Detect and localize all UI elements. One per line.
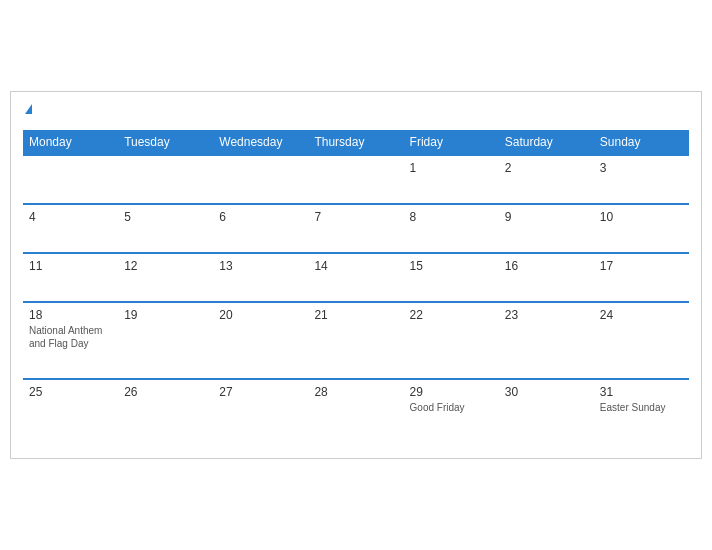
logo bbox=[23, 106, 32, 116]
day-cell: 10 bbox=[594, 204, 689, 253]
weekday-header-monday: Monday bbox=[23, 130, 118, 155]
day-number: 22 bbox=[410, 308, 493, 322]
day-cell: 28 bbox=[308, 379, 403, 442]
day-cell: 24 bbox=[594, 302, 689, 379]
day-cell: 13 bbox=[213, 253, 308, 302]
week-row-4: 18National Anthem and Flag Day1920212223… bbox=[23, 302, 689, 379]
day-number: 27 bbox=[219, 385, 302, 399]
day-cell: 15 bbox=[404, 253, 499, 302]
day-cell: 12 bbox=[118, 253, 213, 302]
day-number: 25 bbox=[29, 385, 112, 399]
day-cell: 29Good Friday bbox=[404, 379, 499, 442]
day-number: 30 bbox=[505, 385, 588, 399]
day-cell: 27 bbox=[213, 379, 308, 442]
day-number: 12 bbox=[124, 259, 207, 273]
day-cell bbox=[23, 155, 118, 204]
day-cell: 18National Anthem and Flag Day bbox=[23, 302, 118, 379]
day-number: 29 bbox=[410, 385, 493, 399]
day-event: National Anthem and Flag Day bbox=[29, 324, 112, 350]
day-cell bbox=[213, 155, 308, 204]
weekday-header-wednesday: Wednesday bbox=[213, 130, 308, 155]
weekday-header-saturday: Saturday bbox=[499, 130, 594, 155]
week-row-5: 2526272829Good Friday3031Easter Sunday bbox=[23, 379, 689, 442]
day-cell: 14 bbox=[308, 253, 403, 302]
day-number: 20 bbox=[219, 308, 302, 322]
day-number: 7 bbox=[314, 210, 397, 224]
day-number: 31 bbox=[600, 385, 683, 399]
day-cell: 11 bbox=[23, 253, 118, 302]
day-number: 24 bbox=[600, 308, 683, 322]
weekday-row: MondayTuesdayWednesdayThursdayFridaySatu… bbox=[23, 130, 689, 155]
day-cell: 19 bbox=[118, 302, 213, 379]
week-row-1: 123 bbox=[23, 155, 689, 204]
day-cell: 23 bbox=[499, 302, 594, 379]
day-number: 17 bbox=[600, 259, 683, 273]
day-cell bbox=[308, 155, 403, 204]
week-row-2: 45678910 bbox=[23, 204, 689, 253]
day-number: 28 bbox=[314, 385, 397, 399]
day-number: 14 bbox=[314, 259, 397, 273]
day-cell: 8 bbox=[404, 204, 499, 253]
day-number: 10 bbox=[600, 210, 683, 224]
day-cell: 1 bbox=[404, 155, 499, 204]
day-cell: 25 bbox=[23, 379, 118, 442]
day-number: 5 bbox=[124, 210, 207, 224]
day-cell: 22 bbox=[404, 302, 499, 379]
day-number: 13 bbox=[219, 259, 302, 273]
day-number: 9 bbox=[505, 210, 588, 224]
day-cell: 16 bbox=[499, 253, 594, 302]
weekday-header-sunday: Sunday bbox=[594, 130, 689, 155]
day-number: 18 bbox=[29, 308, 112, 322]
day-number: 19 bbox=[124, 308, 207, 322]
calendar-table: MondayTuesdayWednesdayThursdayFridaySatu… bbox=[23, 130, 689, 442]
day-number: 26 bbox=[124, 385, 207, 399]
day-number: 23 bbox=[505, 308, 588, 322]
day-cell: 4 bbox=[23, 204, 118, 253]
day-cell bbox=[118, 155, 213, 204]
day-cell: 31Easter Sunday bbox=[594, 379, 689, 442]
day-cell: 9 bbox=[499, 204, 594, 253]
calendar-body: 123456789101112131415161718National Anth… bbox=[23, 155, 689, 442]
weekday-header-thursday: Thursday bbox=[308, 130, 403, 155]
day-cell: 3 bbox=[594, 155, 689, 204]
day-number: 3 bbox=[600, 161, 683, 175]
weekday-header-tuesday: Tuesday bbox=[118, 130, 213, 155]
day-number: 15 bbox=[410, 259, 493, 273]
weekday-header-friday: Friday bbox=[404, 130, 499, 155]
day-number: 1 bbox=[410, 161, 493, 175]
day-cell: 5 bbox=[118, 204, 213, 253]
day-event: Good Friday bbox=[410, 401, 493, 414]
day-cell: 20 bbox=[213, 302, 308, 379]
day-cell: 17 bbox=[594, 253, 689, 302]
logo-triangle-icon bbox=[25, 104, 32, 114]
day-number: 2 bbox=[505, 161, 588, 175]
day-cell: 21 bbox=[308, 302, 403, 379]
week-row-3: 11121314151617 bbox=[23, 253, 689, 302]
day-cell: 7 bbox=[308, 204, 403, 253]
day-number: 4 bbox=[29, 210, 112, 224]
day-cell: 30 bbox=[499, 379, 594, 442]
calendar-header bbox=[23, 102, 689, 120]
calendar-header-row: MondayTuesdayWednesdayThursdayFridaySatu… bbox=[23, 130, 689, 155]
day-number: 16 bbox=[505, 259, 588, 273]
day-number: 8 bbox=[410, 210, 493, 224]
day-number: 21 bbox=[314, 308, 397, 322]
day-cell: 26 bbox=[118, 379, 213, 442]
day-cell: 2 bbox=[499, 155, 594, 204]
day-event: Easter Sunday bbox=[600, 401, 683, 414]
calendar-container: MondayTuesdayWednesdayThursdayFridaySatu… bbox=[10, 91, 702, 459]
day-number: 6 bbox=[219, 210, 302, 224]
day-number: 11 bbox=[29, 259, 112, 273]
day-cell: 6 bbox=[213, 204, 308, 253]
